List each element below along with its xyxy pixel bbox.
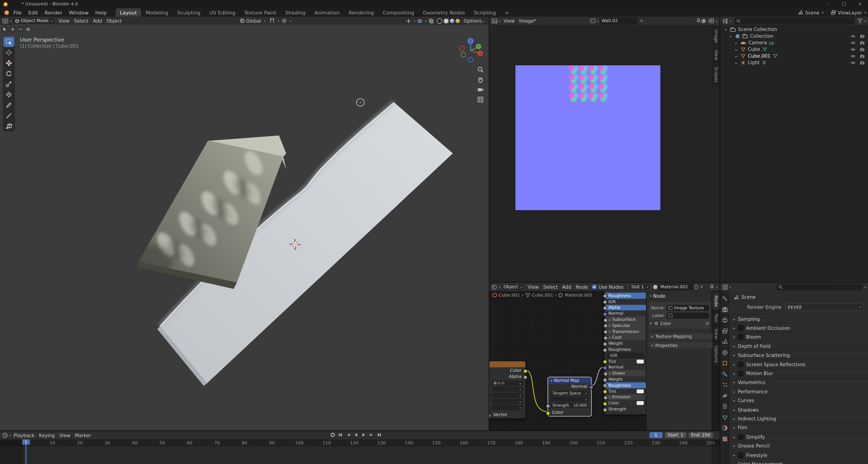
outliner-row-cube[interactable]: ▸ Cube <box>720 46 868 53</box>
wireframe-shading-icon[interactable] <box>437 18 442 24</box>
world-properties-tab[interactable] <box>720 349 729 356</box>
frame-tick-label[interactable]: 160 <box>450 439 477 446</box>
cursor-tool[interactable] <box>3 47 14 58</box>
input-socket[interactable] <box>603 336 608 340</box>
properties-section-header[interactable]: ▸ Shadows <box>730 405 868 415</box>
input-socket[interactable] <box>603 300 608 304</box>
hide-eye-icon[interactable] <box>850 54 856 58</box>
principled-row[interactable]: Roughness <box>605 382 646 388</box>
input-socket[interactable] <box>603 378 608 382</box>
properties-section-header[interactable]: ▸ Bloom <box>730 333 868 342</box>
select-intersect-icon[interactable] <box>25 26 31 33</box>
frame-tick-label[interactable]: 230 <box>642 439 670 446</box>
fake-user-shield-icon[interactable] <box>694 285 698 289</box>
workspace-tab[interactable]: Shading <box>281 8 310 17</box>
section-checkbox[interactable] <box>738 452 743 458</box>
image-canvas[interactable] <box>515 65 660 210</box>
zoom-icon[interactable] <box>477 66 484 73</box>
frame-tick-label[interactable]: 120 <box>340 439 368 446</box>
image-datablock-row[interactable]: ▾ <box>492 380 523 386</box>
play-reverse-button[interactable] <box>352 431 360 438</box>
outliner-type-icon[interactable] <box>722 18 728 24</box>
use-nodes-checkbox[interactable] <box>592 285 597 289</box>
shader-sidebar-tab[interactable]: Tool <box>712 311 720 325</box>
image-editor-menu[interactable]: Image* <box>517 18 538 24</box>
frame-tick-label[interactable]: 20 <box>66 439 94 446</box>
node-label-field[interactable] <box>666 312 709 318</box>
image-sidebar-tab[interactable]: Image <box>712 27 720 46</box>
frame-tick-label[interactable]: 130 <box>368 439 395 446</box>
measure-tool[interactable] <box>3 110 14 121</box>
3d-viewport[interactable]: ▾ Object Mode▾ ViewSelectAddObject Globa… <box>0 16 489 430</box>
input-socket[interactable] <box>603 330 608 334</box>
image-sidebar-tab[interactable]: View <box>712 47 720 63</box>
frame-tick-label[interactable]: 210 <box>587 439 615 446</box>
add-cube-tool[interactable] <box>3 121 14 131</box>
properties-section-header[interactable]: ▸ Curves <box>730 396 868 405</box>
shader-editor[interactable]: ▾ Object▾ ViewSelectAddNode Use Nodes Sl… <box>489 283 720 430</box>
image-sidebar-tab[interactable]: Scopes <box>712 64 720 86</box>
frame-tick-label[interactable]: 30 <box>94 439 121 446</box>
principled-row[interactable]: Weight <box>605 340 646 346</box>
principled-row[interactable]: Color <box>605 400 646 406</box>
principled-row[interactable]: Weight <box>605 376 646 382</box>
workspace-tab[interactable]: Layout <box>116 8 141 17</box>
input-socket[interactable] <box>603 342 608 346</box>
workspace-tab[interactable]: Texture Paint <box>240 8 281 17</box>
hide-eye-icon[interactable] <box>850 41 856 44</box>
texture-mapping-section[interactable]: ▸Texture Mapping <box>649 333 713 339</box>
color-swatch[interactable] <box>637 389 644 393</box>
disable-render-icon[interactable] <box>860 60 865 65</box>
principled-row[interactable]: Normal <box>605 364 646 370</box>
timeline-menu[interactable]: Playback <box>11 432 37 438</box>
image-texture-node[interactable]: Color Alpha ▾ ▾ ▾ ▾ ▾ <box>489 361 526 419</box>
outliner[interactable]: ▾ ▾ ▾ Scene Collection ▾ <box>720 16 868 282</box>
current-frame-field[interactable]: 1 <box>649 432 662 438</box>
viewport-menu[interactable]: Add <box>91 18 104 24</box>
mode-dropdown[interactable]: Object Mode▾ <box>12 17 56 25</box>
input-socket[interactable] <box>603 407 608 412</box>
frame-tick-label[interactable]: 240 <box>670 439 697 446</box>
options-dropdown[interactable]: Options▾ <box>462 18 487 24</box>
frame-tick-label[interactable]: 220 <box>615 439 642 446</box>
shader-editor-type-icon[interactable] <box>492 284 497 290</box>
shader-editor-menu[interactable]: Node <box>574 284 590 290</box>
principled-row[interactable]: Roughness <box>605 346 646 352</box>
frame-tick-label[interactable]: 50 <box>149 439 176 446</box>
play-button[interactable] <box>360 431 367 438</box>
properties-section-header[interactable]: ▸ Sampling <box>730 315 868 324</box>
timeline-type-icon[interactable] <box>2 432 8 438</box>
frame-tick-label[interactable]: 140 <box>395 439 423 446</box>
properties-section-header[interactable]: ▸ Freestyle <box>730 451 868 460</box>
color-swatch[interactable] <box>637 401 644 405</box>
solid-shading-icon[interactable] <box>443 18 449 24</box>
object-properties-tab[interactable] <box>720 360 729 367</box>
move-tool[interactable] <box>3 58 14 68</box>
image-texture-node-header[interactable] <box>489 361 525 367</box>
scene-selector[interactable]: Scene × <box>799 10 825 15</box>
properties-section-header[interactable]: ▸ Motion Blur <box>730 369 868 378</box>
image-slot-icon[interactable] <box>702 19 706 23</box>
uvmap-dropdown[interactable]: ▾ <box>550 397 589 402</box>
snap-magnet-icon[interactable] <box>268 18 276 23</box>
filter-icon[interactable] <box>858 18 863 23</box>
input-socket[interactable] <box>603 294 608 298</box>
timeline-menu[interactable]: View <box>57 432 72 438</box>
shader-editor-menu[interactable]: Add <box>560 284 574 290</box>
topbar-menu[interactable]: Render <box>41 10 66 15</box>
principled-row[interactable]: Tint <box>605 358 646 364</box>
add-workspace-button[interactable]: + <box>500 10 514 15</box>
colorspace-dropdown[interactable]: ▾ <box>492 405 523 410</box>
blender-logo-icon[interactable] <box>3 10 10 15</box>
frame-end-field[interactable]: End250 <box>688 432 713 438</box>
disable-render-icon[interactable] <box>860 54 865 58</box>
node-canvas[interactable]: Color Alpha ▾ ▾ ▾ ▾ ▾ <box>489 291 646 430</box>
topbar-menu[interactable]: Help <box>92 10 110 15</box>
properties-section-header[interactable]: ▸ Color Management <box>730 460 868 464</box>
frame-tick-label[interactable]: 10 <box>39 439 66 446</box>
properties-section-header[interactable]: ▸ Screen Space Reflections <box>730 360 868 369</box>
properties-section-header[interactable]: ▸ Performance <box>730 388 868 396</box>
select-new-icon[interactable] <box>2 26 8 33</box>
workspace-tab[interactable]: Animation <box>310 8 344 17</box>
timeline-menu[interactable]: Marker <box>72 432 93 438</box>
